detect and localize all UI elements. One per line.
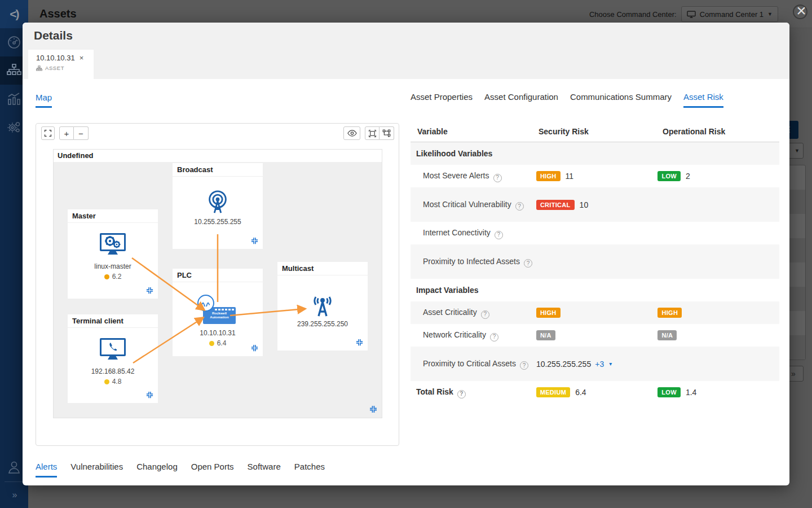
risk-score-dot <box>104 379 109 384</box>
help-icon[interactable]: ? <box>457 390 466 398</box>
help-icon[interactable]: ? <box>493 174 502 182</box>
severity-badge: LOW <box>657 387 681 397</box>
risk-row: Most Critical Vulnerability?CRITICAL10 <box>411 187 779 222</box>
risk-variable-label: Impact Variables <box>416 286 479 295</box>
broadcast-icon[interactable] <box>205 189 231 215</box>
network-assets-icon <box>7 64 21 77</box>
map-group-plc[interactable]: PLC Rockwell Automation 10.10.10.31 6.4 <box>173 269 263 356</box>
help-icon[interactable]: ? <box>515 202 524 211</box>
help-icon[interactable]: ? <box>490 333 498 341</box>
vendor-label: Rockwell Automation <box>203 312 236 319</box>
sidebar-expand-button[interactable]: » <box>0 482 28 508</box>
asset-type-icon <box>36 65 42 71</box>
severity-badge: N/A <box>657 330 677 340</box>
severity-badge: HIGH <box>657 308 682 318</box>
help-icon[interactable]: ? <box>495 231 503 239</box>
fullscreen-button[interactable] <box>41 126 55 140</box>
operational-risk-cell: LOW2 <box>657 171 779 181</box>
zoom-in-button[interactable]: + <box>59 126 74 140</box>
risk-value: 11 <box>566 172 574 181</box>
col-operational-risk: Operational Risk <box>663 127 725 136</box>
risk-variable-label: Most Critical Vulnerability <box>423 200 511 209</box>
risk-variable-label: Most Severe Alerts <box>423 171 489 180</box>
node-label: 10.255.255.255 <box>194 218 241 226</box>
help-icon[interactable]: ? <box>524 259 532 268</box>
collapse-all-button[interactable] <box>365 126 379 140</box>
map-group-terminal-client[interactable]: Terminal client 192.168.85.42 4.8 <box>68 314 158 403</box>
node-label: 239.255.255.250 <box>297 320 348 328</box>
detail-tabs: Asset PropertiesAsset ConfigurationCommu… <box>411 92 723 108</box>
node-label: 10.10.10.31 <box>200 329 235 337</box>
phone-icon <box>107 341 118 353</box>
more-assets-link[interactable]: +3 <box>595 360 604 369</box>
collapse-group-icon[interactable] <box>145 391 154 399</box>
gauge-icon <box>7 35 21 50</box>
risk-variable-label: Network Criticality <box>423 330 486 339</box>
terminal-client-icon[interactable] <box>100 338 126 356</box>
zoom-out-button[interactable]: − <box>74 126 89 140</box>
tab-communications-summary[interactable]: Communications Summary <box>570 92 672 108</box>
security-risk-cell: CRITICAL10 <box>536 200 658 210</box>
modal-close-button[interactable]: × <box>791 1 811 21</box>
risk-variable-label: Total Risk <box>416 387 453 396</box>
tab-asset-risk[interactable]: Asset Risk <box>683 92 723 108</box>
tab-software[interactable]: Software <box>248 462 281 478</box>
security-risk-cell: HIGH <box>536 308 658 318</box>
tab-alerts[interactable]: Alerts <box>36 462 57 478</box>
risk-section-row: Likelihood Variables <box>411 142 779 165</box>
person-icon <box>7 460 21 475</box>
map-group-multicast[interactable]: Multicast 239.255.255.250 <box>277 262 368 351</box>
collapse-group-icon[interactable] <box>145 286 154 295</box>
operational-risk-cell: N/A <box>657 330 779 340</box>
collapse-group-icon[interactable] <box>355 338 364 347</box>
asset-details-modal: Details 10.10.10.31 × ASSET Map + − <box>23 23 789 485</box>
severity-badge: HIGH <box>536 171 561 181</box>
tab-vulnerabilities[interactable]: Vulnerabilities <box>70 462 123 478</box>
plc-device-icon[interactable]: Rockwell Automation <box>200 299 236 325</box>
tab-map[interactable]: Map <box>36 93 52 108</box>
col-variable: Variable <box>411 127 539 136</box>
operational-risk-cell: LOW1.4 <box>657 387 779 397</box>
chevron-down-icon[interactable]: ▾ <box>609 361 612 367</box>
tab-changelog[interactable]: Changelog <box>136 462 178 478</box>
help-icon[interactable]: ? <box>481 310 489 319</box>
multicast-icon[interactable] <box>308 296 337 317</box>
tab-asset-properties[interactable]: Asset Properties <box>411 92 473 108</box>
tab-open-ports[interactable]: Open Ports <box>191 462 234 478</box>
tab-patches[interactable]: Patches <box>294 462 325 478</box>
tab-asset-configuration[interactable]: Asset Configuration <box>484 92 558 108</box>
risk-row: Asset Criticality?HIGHHIGH <box>411 301 779 324</box>
settings-gears-icon <box>7 120 21 134</box>
security-risk-cell: 10.255.255.255+3▾ <box>536 360 658 369</box>
security-risk-cell: HIGH11 <box>536 171 658 181</box>
collapse-group-icon[interactable] <box>369 405 378 414</box>
help-icon[interactable]: ? <box>520 361 528 370</box>
network-map[interactable]: + − Undefined Broadcast <box>36 123 399 446</box>
asset-tab-close-icon[interactable]: × <box>80 54 84 62</box>
severity-badge: LOW <box>657 171 681 181</box>
asset-tab[interactable]: 10.10.10.31 × ASSET <box>28 50 94 79</box>
engineering-station-icon[interactable] <box>100 233 126 251</box>
expand-all-button[interactable] <box>379 126 394 140</box>
collapse-group-icon[interactable] <box>250 344 259 352</box>
risk-row: Most Severe Alerts?HIGH11LOW2 <box>411 165 779 187</box>
collapse-group-icon[interactable] <box>250 237 259 245</box>
risk-value: 6.4 <box>575 388 586 397</box>
visibility-button[interactable] <box>343 126 360 140</box>
risk-row: Proximity to Infected Assets? <box>411 244 779 279</box>
group-title: PLC <box>173 269 263 282</box>
risk-row: Network Criticality?N/AN/A <box>411 324 779 347</box>
severity-badge: CRITICAL <box>536 200 575 210</box>
map-group-broadcast[interactable]: Broadcast 10.255.255.255 <box>173 163 263 249</box>
risk-value: 10 <box>580 200 589 209</box>
risk-table-header: Variable Security Risk Operational Risk <box>411 121 779 142</box>
node-label: 192.168.85.42 <box>91 367 135 375</box>
severity-badge: N/A <box>536 330 555 340</box>
asset-risk-table: Variable Security Risk Operational Risk … <box>411 121 779 404</box>
group-title: Multicast <box>277 262 368 275</box>
asset-tab-ip: 10.10.10.31 <box>36 54 75 62</box>
col-security-risk: Security Risk <box>539 127 663 136</box>
map-group-master[interactable]: Master linux-master 6.2 <box>68 209 158 299</box>
modal-title: Details <box>34 29 73 42</box>
bottom-tabs: AlertsVulnerabilitiesChangelogOpen Ports… <box>36 462 325 478</box>
